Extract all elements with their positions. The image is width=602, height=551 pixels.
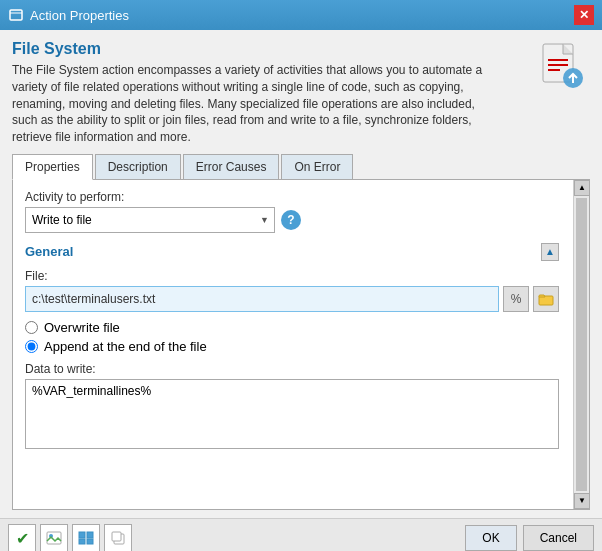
radio-append[interactable]: Append at the end of the file <box>25 339 559 354</box>
title-bar-left: Action Properties <box>8 7 129 23</box>
radio-append-input[interactable] <box>25 340 38 353</box>
svg-rect-12 <box>87 532 93 538</box>
radio-overwrite[interactable]: Overwrite file <box>25 320 559 335</box>
activity-select-wrapper: Write to file Read from file Copy file D… <box>25 207 275 233</box>
title-bar: Action Properties ✕ <box>0 0 602 30</box>
ok-button[interactable]: OK <box>465 525 516 551</box>
header-icon <box>535 40 590 95</box>
tab-error-causes[interactable]: Error Causes <box>183 154 280 179</box>
app-icon <box>8 7 24 23</box>
browse-button[interactable] <box>533 286 559 312</box>
tab-on-error[interactable]: On Error <box>281 154 353 179</box>
window-title: Action Properties <box>30 8 129 23</box>
cancel-button[interactable]: Cancel <box>523 525 594 551</box>
image-button[interactable] <box>40 524 68 551</box>
file-input-row: % <box>25 286 559 312</box>
file-label: File: <box>25 269 559 283</box>
svg-rect-13 <box>79 539 85 544</box>
checkmark-button[interactable]: ✔ <box>8 524 36 551</box>
footer: ✔ OK Cancel <box>0 518 602 551</box>
section-description: The File System action encompasses a var… <box>12 62 492 146</box>
radio-group: Overwrite file Append at the end of the … <box>25 320 559 354</box>
general-label: General <box>25 244 73 259</box>
copy-button[interactable] <box>104 524 132 551</box>
close-button[interactable]: ✕ <box>574 5 594 25</box>
scroll-thumb[interactable] <box>576 198 587 491</box>
file-input[interactable] <box>25 286 499 312</box>
tab-properties[interactable]: Properties <box>12 154 93 180</box>
main-content: File System The File System action encom… <box>0 30 602 518</box>
percent-button[interactable]: % <box>503 286 529 312</box>
properties-panel: Activity to perform: Write to file Read … <box>12 180 590 510</box>
data-textarea[interactable]: %VAR_terminallines% <box>25 379 559 449</box>
svg-rect-11 <box>79 532 85 538</box>
scroll-up-btn[interactable]: ▲ <box>574 180 590 196</box>
tab-bar: Properties Description Error Causes On E… <box>12 154 590 180</box>
svg-rect-16 <box>112 532 121 541</box>
activity-row: Write to file Read from file Copy file D… <box>25 207 559 233</box>
footer-actions: OK Cancel <box>465 525 594 551</box>
data-label: Data to write: <box>25 362 559 376</box>
header-section: File System The File System action encom… <box>12 40 590 146</box>
general-header: General ▲ <box>25 243 559 261</box>
radio-overwrite-label: Overwrite file <box>44 320 120 335</box>
radio-append-label: Append at the end of the file <box>44 339 207 354</box>
help-icon[interactable]: ? <box>281 210 301 230</box>
radio-overwrite-input[interactable] <box>25 321 38 334</box>
svg-rect-14 <box>87 539 93 544</box>
layers-button[interactable] <box>72 524 100 551</box>
general-section: General ▲ File: % Overwrite file <box>25 243 559 452</box>
tab-description[interactable]: Description <box>95 154 181 179</box>
scrollbar[interactable]: ▲ ▼ <box>573 180 589 509</box>
activity-label: Activity to perform: <box>25 190 559 204</box>
scroll-down-btn[interactable]: ▼ <box>574 493 590 509</box>
collapse-button[interactable]: ▲ <box>541 243 559 261</box>
svg-rect-0 <box>10 10 22 20</box>
footer-toolbar: ✔ <box>8 524 132 551</box>
activity-select[interactable]: Write to file Read from file Copy file D… <box>25 207 275 233</box>
header-text: File System The File System action encom… <box>12 40 535 146</box>
section-title: File System <box>12 40 535 58</box>
